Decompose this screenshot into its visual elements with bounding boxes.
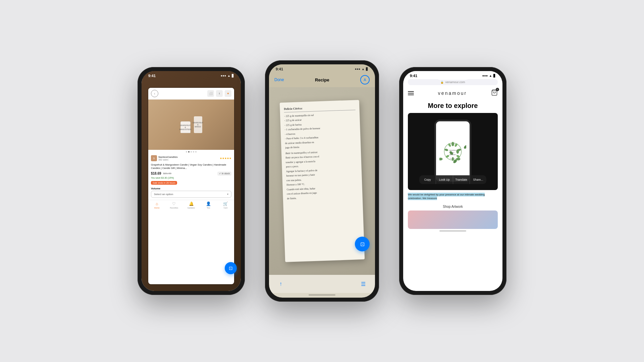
- candle-tall: GRAPEFRUIT &MANGO: [194, 116, 202, 133]
- tab-cart[interactable]: 🛒 Cart: [217, 201, 234, 209]
- svg-text:AND: AND: [451, 152, 454, 154]
- dot-4: [193, 151, 194, 153]
- price-original: $21.99: [163, 172, 171, 175]
- recipe-image-area: Delicia Cítrica: - 225 g de mantequilla …: [269, 87, 375, 275]
- context-look-up[interactable]: Look Up: [436, 175, 453, 184]
- recipe-header: Done Recipe A: [269, 72, 375, 87]
- invitation-content: DELFINA AND MATTEO 09.21.2021: [436, 135, 470, 168]
- venamour-header: venamour 0: [403, 87, 502, 99]
- etsy-share-button[interactable]: ⬜: [207, 90, 214, 97]
- cart-button[interactable]: 0: [491, 89, 498, 97]
- phone-3-screen: 9:41 ●●● ▲ ▊ 🔒 venamour.com venamour: [403, 71, 502, 291]
- phone-3: 9:41 ●●● ▲ ▊ 🔒 venamour.com venamour: [399, 67, 506, 295]
- phone-2: 9:41 ●●● ▲ ▊ Done Recipe A Delicia Cítri…: [265, 60, 379, 302]
- wreath-icon: DELFINA AND MATTEO 09.21.2021: [439, 138, 466, 165]
- scan-fab-icon: ⊡: [360, 241, 365, 247]
- etsy-action-buttons: ⬜ ↑ ♥: [207, 90, 231, 97]
- phone-2-statusbar: 9:41 ●●● ▲ ▊: [269, 64, 375, 72]
- recipe-done-button[interactable]: Done: [274, 77, 284, 82]
- recipe-action-button[interactable]: A: [360, 75, 370, 84]
- url-bar[interactable]: 🔒 venamour.com: [408, 79, 498, 85]
- shop-artwork-label[interactable]: Shop Artwork: [403, 203, 502, 210]
- svg-point-9: [454, 143, 458, 147]
- recipe-title: Recipe: [315, 77, 329, 82]
- etsy-back-button[interactable]: ‹: [151, 90, 158, 97]
- venamour-logo: venamour: [438, 90, 467, 96]
- phone-3-time: 9:41: [410, 74, 417, 78]
- hamburger-menu-button[interactable]: [408, 91, 414, 95]
- cart-label: Cart: [224, 207, 227, 209]
- tab-favorites[interactable]: ♡ Favorites: [165, 201, 182, 209]
- etsy-upload-button[interactable]: ↑: [216, 90, 223, 97]
- url-text: venamour.com: [445, 80, 465, 84]
- phone-2-screen: 9:41 ●●● ▲ ▊ Done Recipe A Delicia Cítri…: [269, 64, 375, 298]
- dot-3: [191, 151, 192, 153]
- tab-you[interactable]: 👤 You: [200, 201, 217, 209]
- price-main: $18.69: [151, 172, 161, 175]
- phone-1-screen: 9:41 ●●● ▲ ▊ ‹ ⬜ ↑ ♥: [142, 71, 241, 291]
- favorites-icon: ♡: [172, 201, 176, 206]
- candle-jar: GRAPEFRUIT &MANGOSTEEN: [180, 121, 191, 133]
- product-title: Grapefruit & Mangosteen Candle | Vegan S…: [148, 163, 234, 171]
- etsy-app-card: ‹ ⬜ ↑ ♥ GRAPEFRUIT &MANGOSTEEN GRAPEFRUI…: [148, 88, 234, 284]
- price-row: $18.69 $21.99 In stock: [148, 171, 234, 177]
- phone-3-home-indicator: [439, 230, 466, 232]
- bottom-image-strip: [408, 210, 498, 229]
- in-stock-badge: In stock: [217, 172, 231, 176]
- phone-1: 9:41 ●●● ▲ ▊ ‹ ⬜ ↑ ♥: [138, 67, 245, 295]
- inner-phone-mockup: DELFINA AND MATTEO 09.21.2021: [434, 120, 471, 183]
- svg-text:MATTEO: MATTEO: [449, 154, 456, 156]
- recipe-title-line: Delicia Cítrica:: [284, 105, 355, 112]
- context-share[interactable]: Share...: [470, 175, 486, 184]
- phone-3-status-icons: ●●● ▲ ▊: [482, 74, 496, 77]
- sale-badge: Sale ends in 28 hours: [151, 181, 177, 185]
- phone-3-statusbar: 9:41 ●●● ▲ ▊: [403, 71, 502, 79]
- home-label: Home: [154, 207, 160, 209]
- etsy-favorite-button[interactable]: ♥: [225, 90, 231, 97]
- svg-point-11: [456, 155, 461, 158]
- phone-1-time: 9:41: [148, 74, 156, 78]
- context-translate[interactable]: Translate: [453, 175, 470, 184]
- svg-text:09.21.2021: 09.21.2021: [450, 158, 456, 159]
- recipe-bottom-bar: ↑ ☰: [269, 275, 375, 293]
- recipe-scan-button[interactable]: ⊡: [355, 237, 370, 251]
- etsy-app-header: ‹ ⬜ ↑ ♥: [148, 88, 234, 100]
- highlighted-text: We would be delighted by your presence a…: [408, 193, 485, 200]
- cart-icon: 🛒: [223, 201, 228, 206]
- tab-updates[interactable]: 🔔 Updates: [182, 201, 200, 209]
- phone-2-home-indicator: [309, 294, 335, 296]
- tab-home[interactable]: ⌂ Home: [148, 201, 165, 209]
- artwork-preview: [408, 210, 498, 229]
- svg-point-15: [448, 143, 451, 147]
- recipe-list-button[interactable]: ☰: [358, 279, 368, 289]
- scan-fab-button[interactable]: ⊡: [225, 262, 237, 274]
- dot-1: [186, 151, 187, 153]
- home-icon: ⌂: [156, 201, 158, 206]
- recipe-share-button[interactable]: ↑: [276, 279, 286, 289]
- context-copy[interactable]: Copy: [419, 175, 436, 184]
- scan-icon: ⊡: [229, 265, 233, 271]
- seller-info-row: S SantosCandles 382 sales ★★★★★: [148, 154, 234, 163]
- volume-select[interactable]: Select an option: [151, 191, 231, 198]
- seller-details: SantosCandles 382 sales: [158, 156, 218, 161]
- svg-point-13: [445, 155, 450, 158]
- hero-title: More to explore: [403, 99, 502, 113]
- seller-sales: 382 sales: [158, 159, 218, 161]
- candle-display: GRAPEFRUIT &MANGOSTEEN GRAPEFRUIT &MANGO: [180, 116, 202, 133]
- volume-label: Volume: [148, 186, 234, 191]
- svg-point-14: [444, 148, 448, 152]
- etsy-tabbar: ⌂ Home ♡ Favorites 🔔 Updates 👤 You 🛒: [148, 200, 234, 210]
- etsy-product-image: GRAPEFRUIT &MANGOSTEEN GRAPEFRUIT &MANGO: [148, 100, 234, 150]
- you-label: You: [207, 207, 210, 209]
- svg-text:DELFINA: DELFINA: [449, 149, 457, 151]
- svg-point-2: [451, 142, 454, 146]
- svg-point-3: [463, 144, 466, 149]
- updates-label: Updates: [187, 207, 195, 209]
- dot-5: [195, 151, 197, 153]
- favorites-label: Favorites: [170, 207, 178, 209]
- seller-name[interactable]: SantosCandles: [158, 156, 218, 159]
- svg-point-8: [439, 158, 443, 160]
- star-rating: ★★★★★: [220, 157, 231, 160]
- cart-badge: 0: [496, 88, 499, 91]
- invitation-card: DELFINA AND MATTEO 09.21.2021 Copy Look …: [408, 113, 498, 190]
